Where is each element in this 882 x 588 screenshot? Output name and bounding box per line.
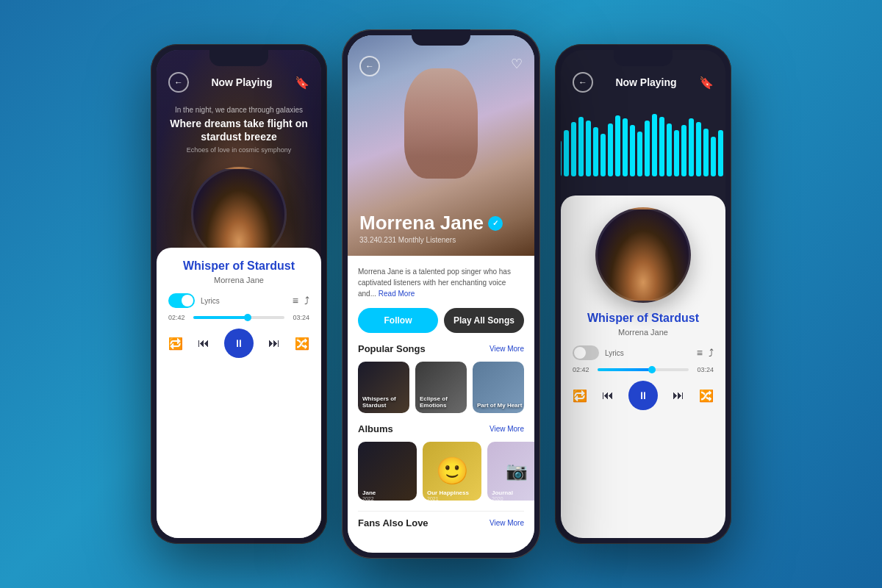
repeat-button-left[interactable]: 🔁 — [168, 337, 183, 351]
lyrics-label-left: Lyrics — [201, 297, 220, 305]
artist-name-text: Morrena Jane — [359, 212, 484, 234]
now-playing-title-left: Now Playing — [211, 76, 272, 88]
pause-button-right[interactable]: ⏸ — [628, 381, 658, 410]
lyric-line1: In the night, we dance through galaxies — [168, 106, 309, 114]
waveform-bar-22 — [696, 122, 701, 176]
waveform-bar-12 — [623, 118, 628, 176]
album-happiness[interactable]: 🙂 Our Happiness 2021 — [423, 442, 481, 501]
notch-right — [614, 50, 673, 66]
next-button-right[interactable]: ⏭ — [673, 389, 684, 402]
song-card-1[interactable]: Whispers ofStardust — [358, 362, 409, 413]
back-button-left[interactable]: ← — [168, 72, 189, 93]
waveform-bar-13 — [630, 125, 635, 176]
artist-name-right: Morrena Jane — [573, 328, 714, 337]
monthly-listeners: 33.240.231 Monthly Listeners — [359, 236, 523, 244]
waveform-bar-21 — [689, 118, 694, 176]
lyrics-toggle-right[interactable] — [573, 345, 599, 360]
album-journal[interactable]: 📷 Journal 2020 — [487, 442, 534, 501]
albums-header: Albums View More — [358, 423, 524, 434]
toggle-right-left: ≡ ⤴ — [293, 295, 309, 306]
artist-body: Morrena Jane is a talented pop singer wh… — [348, 256, 534, 546]
popular-songs-title: Popular Songs — [358, 343, 426, 354]
progress-dot-right — [648, 366, 656, 373]
now-playing-title-right: Now Playing — [615, 76, 676, 88]
artist-info: Morrena Jane ✓ 33.240.231 Monthly Listen… — [359, 212, 523, 244]
waveform-bar-11 — [615, 115, 620, 176]
lyrics-toggle-row-left: Lyrics ≡ ⤴ — [168, 293, 309, 308]
waveform — [561, 100, 725, 188]
fans-view-more[interactable]: View More — [490, 519, 524, 527]
lyrics-section-left: In the night, we dance through galaxies … — [157, 100, 321, 159]
waveform-bar-19 — [674, 130, 679, 176]
queue-icon-right[interactable]: ≡ — [697, 347, 703, 359]
share-icon-right[interactable]: ⤴ — [709, 347, 714, 359]
now-playing-screen-left: ← Now Playing 🔖 In the night, we dance t… — [157, 50, 321, 538]
share-icon-left[interactable]: ⤴ — [304, 295, 309, 306]
waveform-bar-6 — [578, 117, 584, 176]
shuffle-button-right[interactable]: 🔀 — [699, 389, 714, 403]
album-title-happiness: Our Happiness — [427, 490, 469, 496]
read-more-link[interactable]: Read More — [379, 290, 415, 298]
next-button-left[interactable]: ⏭ — [268, 337, 280, 350]
waveform-bar-3 — [561, 140, 562, 177]
artist-main-name: Morrena Jane ✓ — [359, 212, 523, 234]
progress-bar-right[interactable] — [598, 368, 689, 371]
song-card-2[interactable]: Eclipse ofEmotions — [415, 362, 467, 413]
bookmark-icon-right[interactable]: 🔖 — [699, 76, 714, 90]
shuffle-button-left[interactable]: 🔀 — [295, 337, 309, 351]
waveform-bar-9 — [600, 134, 606, 177]
phones-container: ← Now Playing 🔖 In the night, we dance t… — [136, 15, 746, 573]
waveform-bar-18 — [667, 123, 672, 176]
lyrics-label-right: Lyrics — [605, 349, 624, 357]
prev-button-right[interactable]: ⏮ — [602, 389, 614, 402]
waveform-bar-5 — [571, 122, 576, 176]
lyrics-toggle-left[interactable] — [168, 293, 195, 308]
progress-row-right: 02:42 03:24 — [573, 366, 714, 373]
lyric-line3: Echoes of love in cosmic symphony — [168, 146, 309, 154]
song-title-right: Whisper of Stardust — [573, 312, 714, 325]
album-jane[interactable]: Jane 2022 — [358, 442, 417, 501]
waveform-bar-25 — [718, 130, 723, 176]
play-all-button[interactable]: Play All Songs — [444, 308, 524, 333]
progress-bar-left[interactable] — [193, 316, 284, 319]
back-icon-center: ← — [365, 61, 374, 71]
waveform-bar-20 — [681, 125, 686, 176]
back-button-center[interactable]: ← — [359, 56, 380, 76]
songs-grid: Whispers ofStardust Eclipse ofEmotions P… — [358, 362, 524, 413]
back-button-right[interactable]: ← — [573, 72, 593, 93]
pause-button-left[interactable]: ⏸ — [224, 329, 254, 358]
player-bottom-left: Whisper of Stardust Morrena Jane Lyrics … — [157, 248, 321, 538]
progress-fill-left — [193, 316, 248, 319]
time-current-left: 02:42 — [168, 314, 189, 321]
notch-center — [412, 35, 470, 46]
queue-icon-left[interactable]: ≡ — [293, 295, 298, 306]
progress-row-left: 02:42 03:24 — [168, 314, 309, 321]
song-title-3: Part of My Heart — [477, 402, 522, 409]
artist-nav: ← ♡ — [348, 56, 534, 76]
waveform-bar-4 — [564, 130, 569, 176]
album-title-jane: Jane — [362, 490, 376, 496]
popular-songs-view-more[interactable]: View More — [490, 345, 524, 353]
song-title-left: Whisper of Stardust — [168, 259, 309, 273]
prev-button-left[interactable]: ⏮ — [198, 337, 209, 350]
waveform-bar-17 — [659, 117, 664, 176]
waveform-bar-10 — [608, 123, 613, 176]
action-buttons: Follow Play All Songs — [358, 308, 524, 333]
album-year-journal: 2020 — [492, 496, 503, 501]
waveform-bar-8 — [593, 127, 598, 177]
repeat-button-right[interactable]: 🔁 — [573, 389, 587, 403]
song-card-3[interactable]: Part of My Heart — [473, 362, 524, 413]
controls-row-left: 🔁 ⏮ ⏸ ⏭ 🔀 — [168, 329, 309, 358]
lyrics-toggle-row-right: Lyrics ≡ ⤴ — [573, 345, 714, 360]
albums-view-more[interactable]: View More — [490, 425, 524, 433]
bookmark-icon-left[interactable]: 🔖 — [295, 76, 309, 90]
phone-center-inner: ← ♡ Morrena Jane ✓ 33.240.231 Monthly Li… — [348, 35, 534, 553]
progress-fill-right — [598, 368, 652, 371]
waveform-bar-15 — [645, 121, 650, 177]
heart-icon-center[interactable]: ♡ — [511, 56, 523, 76]
controls-row-right: 🔁 ⏮ ⏸ ⏭ 🔀 — [573, 381, 714, 410]
time-total-left: 03:24 — [289, 314, 309, 321]
follow-button[interactable]: Follow — [358, 308, 438, 333]
back-icon-left: ← — [174, 77, 183, 87]
fans-title: Fans Also Love — [358, 517, 429, 528]
